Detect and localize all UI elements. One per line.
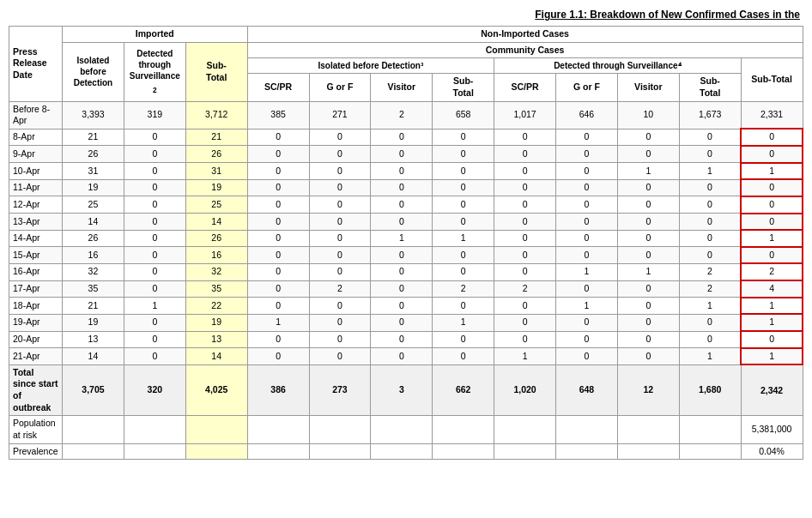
isolated-cell: 35 [63,280,124,298]
sub4-cell: 0 [741,179,803,196]
isolated-cell: 26 [63,146,124,163]
sub3-cell: 0 [679,196,741,214]
vis2-cell: 0 [617,298,679,315]
vis1-cell: 0 [371,247,433,264]
vis1-cell: 2 [371,101,433,129]
vis1-cell: 0 [371,214,433,231]
sub2-cell: 0 [433,129,494,146]
scpr2-cell: 0 [494,314,556,331]
scpr1-cell: 0 [247,298,309,315]
scpr1-cell: 0 [247,247,309,264]
prev-c11 [679,443,741,460]
vis1-cell: 0 [371,331,433,348]
prev-c7 [433,443,494,460]
detected-cell: 0 [124,214,185,231]
vis1-cell: 0 [371,280,433,298]
header-detected-through-surveillance: DetectedthroughSurveillance2 [124,42,185,101]
vis1-cell: 0 [371,298,433,315]
press-date-cell: 9-Apr [9,146,63,163]
sub1-cell: 19 [185,314,247,331]
sub3-cell: 0 [679,314,741,331]
press-date-cell: 8-Apr [9,129,63,146]
pop-c6 [371,416,433,443]
vis2-cell: 0 [617,247,679,264]
pop-c10 [617,416,679,443]
header-gorf2: G or F [556,74,618,101]
vis2-cell: 0 [617,280,679,298]
vis2-cell: 0 [617,314,679,331]
prev-c1 [63,443,124,460]
gorf2-cell: 0 [556,214,618,231]
sub3-cell: 1 [679,298,741,315]
press-date-cell: 19-Apr [9,314,63,331]
scpr2-cell: 0 [494,179,556,196]
isolated-cell: 21 [63,129,124,146]
detected-cell: 0 [124,163,185,180]
detected-cell: 0 [124,179,185,196]
scpr1-cell: 0 [247,179,309,196]
prev-c5 [309,443,371,460]
gorf2-cell: 0 [556,129,618,146]
sub1-cell: 21 [185,129,247,146]
header-sub-total-nonimported: Sub-Total [741,58,803,101]
vis2-cell: 0 [617,146,679,163]
prevalence-value: 0.04% [741,443,803,460]
gorf2-cell: 1 [556,298,618,315]
prev-c3 [185,443,247,460]
sub1-cell: 31 [185,163,247,180]
detected-cell: 0 [124,129,185,146]
gorf1-cell: 271 [309,101,371,129]
total-vis2: 12 [617,364,679,416]
gorf1-cell: 0 [309,314,371,331]
scpr1-cell: 0 [247,280,309,298]
sub2-cell: 0 [433,146,494,163]
detected-cell: 0 [124,146,185,163]
pop-c4 [247,416,309,443]
prev-c4 [247,443,309,460]
prev-c6 [371,443,433,460]
scpr2-cell: 0 [494,163,556,180]
vis1-cell: 0 [371,196,433,214]
detected-cell: 0 [124,314,185,331]
detected-cell: 0 [124,196,185,214]
isolated-cell: 14 [63,348,124,365]
gorf2-cell: 0 [556,280,618,298]
sub2-cell: 1 [433,314,494,331]
gorf1-cell: 0 [309,263,371,280]
sub4-cell: 1 [741,348,803,365]
gorf1-cell: 0 [309,230,371,247]
sub4-cell: 1 [741,298,803,315]
detected-cell: 0 [124,331,185,348]
sub2-cell: 0 [433,263,494,280]
sub1-cell: 16 [185,247,247,264]
vis1-cell: 0 [371,163,433,180]
header-sub-total-imported: Sub-Total [185,42,247,101]
vis2-cell: 0 [617,230,679,247]
pop-c3 [185,416,247,443]
scpr1-cell: 0 [247,230,309,247]
gorf1-cell: 0 [309,348,371,365]
scpr2-cell: 1 [494,348,556,365]
isolated-cell: 14 [63,214,124,231]
sub3-cell: 0 [679,331,741,348]
total-sub2: 662 [433,364,494,416]
prev-c10 [617,443,679,460]
main-table: Press Release Date Imported Non-Imported… [9,26,803,460]
sub3-cell: 0 [679,230,741,247]
scpr2-cell: 0 [494,298,556,315]
scpr1-cell: 0 [247,196,309,214]
sub3-cell: 0 [679,247,741,264]
population-label: Population at risk [9,416,63,443]
scpr2-cell: 0 [494,196,556,214]
sub1-cell: 13 [185,331,247,348]
scpr2-cell: 0 [494,247,556,264]
vis2-cell: 0 [617,196,679,214]
header-community-cases: Community Cases [247,42,803,58]
scpr1-cell: 0 [247,214,309,231]
sub2-cell: 0 [433,298,494,315]
gorf2-cell: 0 [556,163,618,180]
vis2-cell: 0 [617,348,679,365]
sub3-cell: 2 [679,263,741,280]
gorf1-cell: 2 [309,280,371,298]
gorf2-cell: 0 [556,230,618,247]
